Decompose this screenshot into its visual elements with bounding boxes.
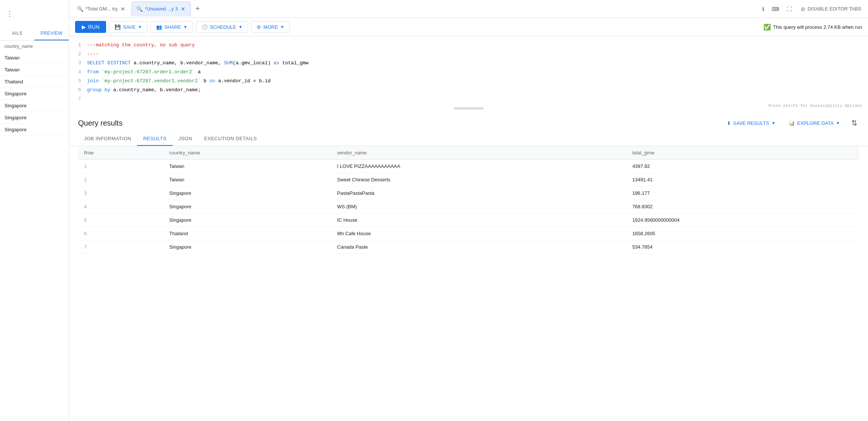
cell-gmw: 1924.9560000000004 — [626, 213, 859, 227]
new-tab-button[interactable]: + — [192, 2, 204, 15]
cell-gmw: 196.177 — [626, 187, 859, 200]
cell-country: Singapore — [163, 187, 331, 200]
col-header-vendor: vendor_name — [331, 146, 626, 160]
col-header-row: Row — [78, 146, 163, 160]
tab-search-icon-2: 🔍 — [136, 6, 143, 12]
results-table-wrap: Row country_name vendor_name total_gmw 1… — [69, 146, 868, 254]
editor-scrollbar[interactable] — [454, 107, 484, 110]
sidebar-tabs: AILS PREVIEW — [0, 27, 69, 41]
tab-bar-actions: ℹ ⌨ ⛶ ⊘ DISABLE EDITOR TABS — [760, 4, 865, 14]
cell-country: Singapore — [163, 240, 331, 254]
more-arrow-icon: ▼ — [280, 25, 284, 29]
schedule-label: SCHEDULE — [210, 24, 236, 30]
schedule-arrow-icon: ▼ — [238, 25, 242, 29]
more-button[interactable]: ⚙ MORE ▼ — [251, 21, 290, 33]
results-tabs: JOB INFORMATION RESULTS JSON EXECUTION D… — [69, 132, 868, 146]
info-icon: ℹ — [762, 6, 764, 12]
cell-country: Singapore — [163, 200, 331, 213]
tab-job-information[interactable]: JOB INFORMATION — [78, 132, 137, 146]
save-results-label: SAVE RESULTS — [733, 120, 769, 126]
notice-check-icon: ✅ — [763, 24, 771, 31]
share-button[interactable]: 👥 SHARE ▼ — [151, 21, 193, 33]
tab-json[interactable]: JSON — [173, 132, 198, 146]
main-area: 🔍 *Total GM... try ✕ 🔍 *Unsaved ...y 3 ✕… — [69, 0, 868, 421]
list-item[interactable]: Thailand — [0, 76, 69, 88]
code-editor[interactable]: ---matching the country, no sub query --… — [87, 41, 868, 104]
cell-vendor: WS (BM) — [331, 200, 626, 213]
sidebar-list: country_name Taiwan Taiwan Thailand Sing… — [0, 41, 69, 421]
list-item[interactable]: Singapore — [0, 100, 69, 112]
save-arrow-icon: ▼ — [138, 25, 142, 29]
cell-vendor: Sweet Chinese Desserts — [331, 173, 626, 187]
table-row: 3 Singapore PastaPastaPasta 196.177 — [78, 187, 859, 200]
run-button[interactable]: ▶ RUN — [75, 21, 106, 33]
more-label: MORE — [263, 24, 278, 30]
accessibility-hint: Press Alt+F1 for Accessibility Options — [768, 104, 862, 108]
explore-data-icon: 📊 — [789, 120, 795, 126]
sidebar-tab-preview[interactable]: PREVIEW — [34, 27, 69, 40]
tab-total-gm[interactable]: 🔍 *Total GM... try ✕ — [72, 1, 131, 16]
cell-vendor: I LOVE PIZZAAAAAAAAAAA — [331, 160, 626, 173]
list-item[interactable]: Singapore — [0, 88, 69, 100]
sidebar-tab-ails[interactable]: AILS — [0, 27, 34, 40]
fullscreen-button[interactable]: ⛶ — [784, 4, 794, 14]
cell-country: Singapore — [163, 213, 331, 227]
explore-data-arrow: ▼ — [836, 121, 840, 125]
disable-editor-tabs-button[interactable]: ⊘ DISABLE EDITOR TABS — [797, 4, 865, 14]
keyboard-button[interactable]: ⌨ — [769, 4, 781, 14]
expand-collapse-button[interactable]: ⇅ — [850, 117, 859, 129]
col-header-gmw: total_gmw — [626, 146, 859, 160]
cell-vendor: IC House — [331, 213, 626, 227]
save-icon: 💾 — [115, 24, 121, 30]
cell-gmw: 1658.2605 — [626, 227, 859, 240]
save-results-icon: ⬇ — [727, 120, 731, 126]
cell-gmw: 4397.82 — [626, 160, 859, 173]
cell-row-num: 3 — [78, 187, 163, 200]
code-line-1: ---matching the country, no sub query — [87, 41, 868, 50]
table-row: 4 Singapore WS (BM) 768.8302 — [78, 200, 859, 213]
tab-total-label: *Total GM... try — [86, 6, 118, 12]
code-line-7 — [87, 95, 868, 104]
share-arrow-icon: ▼ — [183, 25, 187, 29]
tab-close-icon-2[interactable]: ✕ — [180, 5, 186, 13]
editor-area[interactable]: 1 2 3 4 5 6 7 ---matching the country, n… — [69, 36, 868, 111]
toolbar: ▶ RUN 💾 SAVE ▼ 👥 SHARE ▼ 🕐 SCHEDULE ▼ ⚙ … — [69, 18, 868, 36]
cell-row-num: 2 — [78, 173, 163, 187]
sidebar-menu-icon[interactable]: ⋮ — [3, 6, 66, 21]
cell-vendor: PastaPastaPasta — [331, 187, 626, 200]
list-item[interactable]: Taiwan — [0, 52, 69, 64]
fullscreen-icon: ⛶ — [787, 6, 792, 12]
results-area: Query results ⬇ SAVE RESULTS ▼ 📊 EXPLORE… — [69, 111, 868, 421]
code-line-2: ---- — [87, 50, 868, 59]
cell-row-num: 5 — [78, 213, 163, 227]
tab-close-icon[interactable]: ✕ — [120, 5, 126, 13]
disable-icon: ⊘ — [801, 6, 805, 12]
explore-data-button[interactable]: 📊 EXPLORE DATA ▼ — [785, 118, 844, 128]
list-item[interactable]: Singapore — [0, 124, 69, 136]
info-button[interactable]: ℹ — [760, 4, 766, 14]
tab-execution-details[interactable]: EXECUTION DETAILS — [198, 132, 263, 146]
table-row: 5 Singapore IC House 1924.9560000000004 — [78, 213, 859, 227]
tab-results[interactable]: RESULTS — [137, 132, 173, 146]
cell-row-num: 4 — [78, 200, 163, 213]
table-row: 1 Taiwan I LOVE PIZZAAAAAAAAAAA 4397.82 — [78, 160, 859, 173]
keyboard-icon: ⌨ — [772, 6, 779, 12]
code-line-6: group by a.country_name, b.vendor_name; — [87, 86, 868, 95]
cell-vendor: 9th Cafe House — [331, 227, 626, 240]
list-item[interactable]: Singapore — [0, 112, 69, 124]
table-row: 6 Thailand 9th Cafe House 1658.2605 — [78, 227, 859, 240]
tab-unsaved[interactable]: 🔍 *Unsaved ...y 3 ✕ — [131, 1, 191, 16]
table-row: 2 Taiwan Sweet Chinese Desserts 13491.41 — [78, 173, 859, 187]
col-header-country: country_name — [163, 146, 331, 160]
save-button[interactable]: 💾 SAVE ▼ — [109, 21, 148, 33]
query-notice-text: This query will process 2.74 KB when run — [773, 24, 862, 30]
save-results-button[interactable]: ⬇ SAVE RESULTS ▼ — [723, 118, 779, 128]
code-line-3: SELECT DISTINCT a.country_name, b.vendor… — [87, 59, 868, 68]
results-actions: ⬇ SAVE RESULTS ▼ 📊 EXPLORE DATA ▼ ⇅ — [723, 117, 859, 129]
list-item[interactable]: Taiwan — [0, 64, 69, 76]
sidebar: ⋮ AILS PREVIEW country_name Taiwan Taiwa… — [0, 0, 69, 421]
schedule-button[interactable]: 🕐 SCHEDULE ▼ — [196, 21, 248, 33]
share-icon: 👥 — [156, 24, 162, 30]
cell-row-num: 6 — [78, 227, 163, 240]
sidebar-col-header: country_name — [0, 41, 69, 52]
